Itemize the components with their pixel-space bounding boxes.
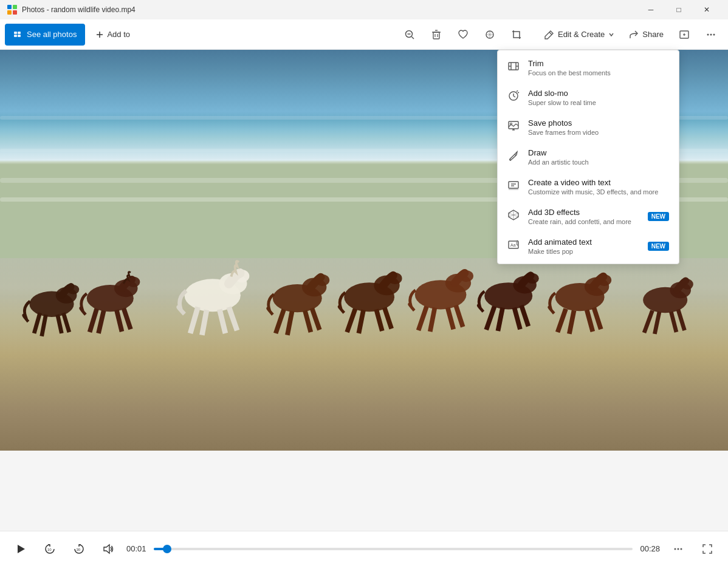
video-controls: 10 30 00:01 00:28 [0, 531, 728, 566]
zoom-out-icon [404, 29, 415, 40]
forward-button[interactable]: 30 [68, 538, 90, 560]
svg-line-19 [549, 32, 552, 35]
svg-line-37 [98, 310, 104, 333]
svg-line-53 [312, 308, 320, 330]
forward-icon: 30 [73, 543, 85, 555]
add-to-button[interactable]: Add to [88, 24, 139, 46]
add-3d-effects-badge: NEW [648, 212, 669, 221]
favorite-button[interactable] [451, 24, 475, 46]
add-animated-text-icon: Aa [507, 239, 520, 251]
title-bar-left: Photos - random wildlife video.mp4 [7, 5, 136, 15]
edit-create-dropdown: Trim Focus on the best moments Add slo-m… [497, 50, 679, 264]
svg-point-23 [707, 33, 709, 35]
add-animated-text-text: Add animated text Make titles pop [528, 237, 639, 255]
total-duration: 00:28 [640, 544, 660, 553]
svg-text:30: 30 [77, 548, 81, 551]
more-options-button[interactable] [699, 24, 723, 46]
svg-line-59 [376, 309, 382, 331]
progress-bar[interactable] [154, 548, 633, 550]
svg-line-67 [456, 305, 463, 327]
slo-mo-text: Add slo-mo Super slow to real time [528, 89, 669, 106]
svg-line-74 [521, 305, 529, 326]
draw-text: Draw Add an artistic touch [528, 148, 669, 166]
svg-line-52 [305, 310, 311, 332]
svg-line-58 [359, 310, 363, 333]
svg-line-73 [514, 307, 520, 329]
menu-item-save-photos[interactable]: Save photos Save frames from video [498, 112, 679, 142]
fullscreen-button[interactable] [696, 538, 718, 560]
svg-line-78 [558, 309, 566, 332]
svg-line-85 [644, 310, 652, 333]
svg-line-80 [587, 310, 593, 332]
svg-line-79 [569, 310, 574, 334]
svg-line-71 [486, 306, 494, 329]
svg-line-36 [90, 309, 97, 332]
svg-line-38 [117, 310, 122, 332]
svg-point-24 [710, 33, 712, 35]
zoom-out-button[interactable] [397, 24, 422, 46]
more-dots-icon [673, 544, 684, 554]
crop-button[interactable] [504, 24, 529, 46]
add-3d-effects-icon [507, 209, 520, 221]
slo-mo-icon [507, 90, 520, 102]
menu-item-slo-mo[interactable]: Add slo-mo Super slow to real time [498, 83, 679, 112]
svg-line-87 [671, 312, 676, 332]
save-photos-text: Save photos Save frames from video [528, 118, 669, 136]
svg-line-57 [347, 309, 355, 332]
share-icon [629, 30, 639, 39]
svg-text:Aa: Aa [510, 243, 516, 247]
svg-line-106 [509, 160, 511, 160]
minimize-button[interactable]: ─ [637, 0, 665, 19]
title-bar-title: Photos - random wildlife video.mp4 [22, 5, 136, 14]
svg-line-31 [58, 315, 62, 333]
svg-line-65 [430, 307, 435, 331]
menu-item-add-animated-text[interactable]: Aa Add animated text Make titles pop NEW [498, 231, 679, 261]
photos-app-icon [7, 5, 17, 15]
svg-marker-92 [104, 545, 109, 553]
menu-item-trim[interactable]: Trim Focus on the best moments [498, 53, 679, 83]
svg-line-11 [411, 36, 414, 39]
svg-line-45 [219, 309, 225, 333]
menu-item-draw[interactable]: Draw Add an artistic touch [498, 142, 679, 172]
svg-point-93 [675, 548, 676, 550]
svg-rect-13 [433, 32, 439, 39]
menu-item-add-3d-effects[interactable]: Add 3D effects Create rain, add confetti… [498, 202, 679, 231]
svg-line-86 [654, 312, 659, 334]
progress-thumb [163, 545, 171, 553]
svg-line-51 [287, 311, 292, 335]
add-animated-text-badge: NEW [648, 242, 669, 251]
trim-icon [507, 60, 520, 72]
svg-line-29 [34, 313, 40, 333]
svg-text:10: 10 [47, 548, 52, 551]
rewind-button[interactable]: 10 [39, 538, 61, 560]
svg-line-66 [448, 307, 454, 329]
enhance-icon [484, 29, 495, 40]
delete-button[interactable] [424, 24, 448, 46]
enhance-button[interactable] [478, 24, 502, 46]
fit-to-window-button[interactable] [672, 24, 696, 46]
play-button[interactable] [10, 538, 32, 560]
edit-create-button[interactable]: Edit & Create [538, 24, 620, 46]
see-all-photos-button[interactable]: See all photos [5, 24, 85, 46]
svg-rect-1 [13, 5, 17, 9]
controls-more-button[interactable] [667, 538, 689, 560]
maximize-button[interactable]: □ [665, 0, 693, 19]
draw-icon [507, 149, 520, 162]
rewind-icon: 10 [44, 543, 56, 555]
title-bar: Photos - random wildlife video.mp4 ─ □ ✕ [0, 0, 728, 19]
svg-line-72 [498, 307, 503, 331]
more-icon [706, 29, 716, 40]
create-video-text-icon [507, 179, 520, 191]
heart-icon [458, 29, 469, 40]
svg-point-95 [681, 548, 682, 550]
menu-item-create-video-text[interactable]: Create a video with text Customize with … [498, 172, 679, 202]
svg-rect-5 [18, 32, 21, 34]
share-button[interactable]: Share [623, 24, 670, 46]
svg-line-105 [515, 154, 516, 155]
volume-button[interactable] [97, 538, 119, 560]
svg-rect-3 [13, 10, 17, 15]
delete-icon [431, 29, 442, 40]
create-video-text-text: Create a video with text Customize with … [528, 178, 669, 196]
close-button[interactable]: ✕ [693, 0, 721, 19]
fit-window-icon [679, 29, 690, 40]
